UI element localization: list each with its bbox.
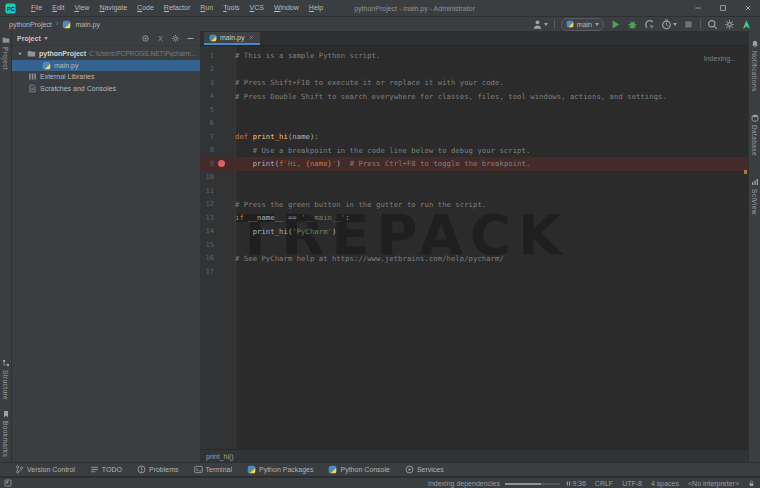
code-line-1[interactable]: 1# This is a sample Python script. (200, 49, 748, 63)
menu-help[interactable]: Help (304, 0, 328, 16)
code-line-2[interactable]: 2 (200, 63, 748, 77)
tool-window-bar: Version ControlTODOProblemsTerminalPytho… (0, 462, 760, 476)
code-line-16[interactable]: 16# See PyCharm help at https://www.jetb… (200, 252, 748, 266)
code-line-10[interactable]: 10 (200, 171, 748, 185)
stripe-item-structure[interactable]: Structure (2, 354, 10, 405)
menu-vcs[interactable]: VCS (245, 0, 269, 16)
indent-setting[interactable]: 4 spaces (651, 480, 679, 487)
tool-window-problems[interactable]: Problems (137, 465, 179, 474)
menu-file[interactable]: File (26, 0, 47, 16)
user-menu-button[interactable] (532, 19, 548, 30)
app-logo[interactable] (741, 19, 752, 30)
tool-window-switcher-icon[interactable] (4, 479, 12, 487)
breadcrumb-file[interactable]: main.py (75, 21, 100, 28)
hide-button[interactable] (186, 29, 195, 47)
python-file-icon (209, 34, 217, 42)
file-encoding[interactable]: UTF-8 (622, 480, 642, 487)
menu-edit[interactable]: Edit (47, 0, 69, 16)
editor-breadcrumb[interactable]: print_hi() (206, 453, 234, 460)
profiler-button[interactable] (661, 19, 677, 30)
progress-label: Indexing dependencies (428, 480, 500, 487)
user-icon (532, 19, 543, 30)
chevron-down-icon (673, 23, 677, 26)
code-line-5[interactable]: 5 (200, 103, 748, 117)
collapse-all-button[interactable] (156, 29, 165, 47)
code-line-4[interactable]: 4# Press Double Shift to search everywhe… (200, 90, 748, 104)
tool-window-services[interactable]: Services (405, 465, 444, 474)
close-button[interactable] (735, 0, 760, 16)
settings-button[interactable] (171, 29, 180, 47)
code-line-6[interactable]: 6 (200, 117, 748, 131)
close-icon[interactable] (248, 34, 255, 41)
tool-window-python-packages[interactable]: Python Packages (247, 465, 313, 474)
tab-main-py[interactable]: main.py (204, 32, 260, 45)
tree-item-label: Scratches and Consoles (40, 85, 116, 92)
stripe-item-database[interactable]: Database (751, 109, 759, 161)
code-line-17[interactable]: 17 (200, 265, 748, 279)
stripe-item-notifications[interactable]: Notifications (751, 35, 759, 97)
python-file-icon (62, 20, 71, 29)
project-panel-title[interactable]: Project (17, 35, 41, 42)
run-button[interactable] (610, 19, 621, 30)
line-number: 10 (200, 173, 216, 181)
tool-window-label: Version Control (27, 466, 75, 473)
code-line-14[interactable]: 14 print_hi('PyCharm') (200, 225, 748, 239)
code-line-13[interactable]: 13if __name__ == '__main__': (200, 211, 748, 225)
menu-run[interactable]: Run (195, 0, 218, 16)
settings-button[interactable] (724, 19, 735, 30)
stripe-item-project[interactable]: Project (2, 31, 10, 75)
line-separator[interactable]: CRLF (595, 480, 613, 487)
menu-navigate[interactable]: Navigate (94, 0, 132, 16)
code-line-3[interactable]: 3# Press Shift+F10 to execute it or repl… (200, 76, 748, 90)
tree-item-scratches-and-consoles[interactable]: Scratches and Consoles (12, 83, 200, 95)
tool-window-terminal[interactable]: Terminal (194, 465, 232, 474)
code-line-15[interactable]: 15 (200, 238, 748, 252)
run-with-coverage-button[interactable] (644, 19, 655, 30)
caret-position[interactable]: 9:36 (572, 480, 586, 487)
line-number: 7 (200, 133, 216, 141)
maximize-button[interactable] (710, 0, 735, 16)
pause-icon[interactable] (565, 480, 572, 487)
project-panel: Project pythonProjectC:\Users\PCPROGS.NE… (12, 31, 200, 462)
win-maximize-icon (719, 4, 727, 12)
breakpoint-icon[interactable] (218, 160, 225, 167)
code-text: # Press Shift+F10 to execute it or repla… (235, 78, 748, 87)
menu-bar: FileEditViewNavigateCodeRefactorRunTools… (26, 0, 328, 16)
toolbar-separator (700, 19, 701, 29)
stop-button[interactable] (683, 19, 694, 30)
code-line-9[interactable]: 9 print(f'Hi, {name}') # Press Ctrl+F8 t… (200, 157, 748, 171)
tool-window-todo[interactable]: TODO (90, 465, 122, 474)
menu-window[interactable]: Window (269, 0, 304, 16)
menu-refactor[interactable]: Refactor (159, 0, 195, 16)
minimize-button[interactable] (685, 0, 710, 16)
code-editor[interactable]: TREPACK 1# This is a sample Python scrip… (200, 46, 748, 449)
line-number: 13 (200, 214, 216, 222)
menu-tools[interactable]: Tools (218, 0, 244, 16)
breadcrumb-project[interactable]: pythonProject (9, 21, 52, 28)
tree-item-path: C:\Users\PCPROGS.NET\PycharmProjects (89, 50, 200, 57)
interpreter-selector[interactable]: <No interpreter> (688, 480, 739, 487)
tool-window-version-control[interactable]: Version Control (15, 465, 75, 474)
locate-button[interactable] (141, 29, 150, 47)
code-line-7[interactable]: 7def print_hi(name): (200, 130, 748, 144)
search-everywhere-button[interactable] (707, 19, 718, 30)
stripe-item-sciview[interactable]: SciView (751, 173, 759, 220)
tool-window-label: Python Packages (259, 466, 313, 473)
python-icon (247, 465, 256, 474)
menu-code[interactable]: Code (132, 0, 159, 16)
stripe-item-bookmarks[interactable]: Bookmarks (2, 405, 10, 462)
code-line-8[interactable]: 8 # Use a breakpoint in the code line be… (200, 144, 748, 158)
code-line-12[interactable]: 12# Press the green button in the gutter… (200, 198, 748, 212)
tree-item-pythonproject[interactable]: pythonProjectC:\Users\PCPROGS.NET\Pychar… (12, 48, 200, 60)
tool-window-python-console[interactable]: Python Console (328, 465, 389, 474)
run-config-select[interactable]: main (561, 18, 604, 31)
tool-window-label: Python Console (340, 466, 389, 473)
tree-item-external-libraries[interactable]: External Libraries (12, 71, 200, 83)
debug-button[interactable] (627, 19, 638, 30)
tree-item-main-py[interactable]: main.py (12, 60, 200, 72)
breakpoint-gutter[interactable] (216, 160, 227, 167)
lock-icon[interactable] (748, 480, 755, 487)
menu-view[interactable]: View (69, 0, 94, 16)
code-line-11[interactable]: 11 (200, 184, 748, 198)
error-stripe-mark[interactable] (744, 170, 747, 174)
